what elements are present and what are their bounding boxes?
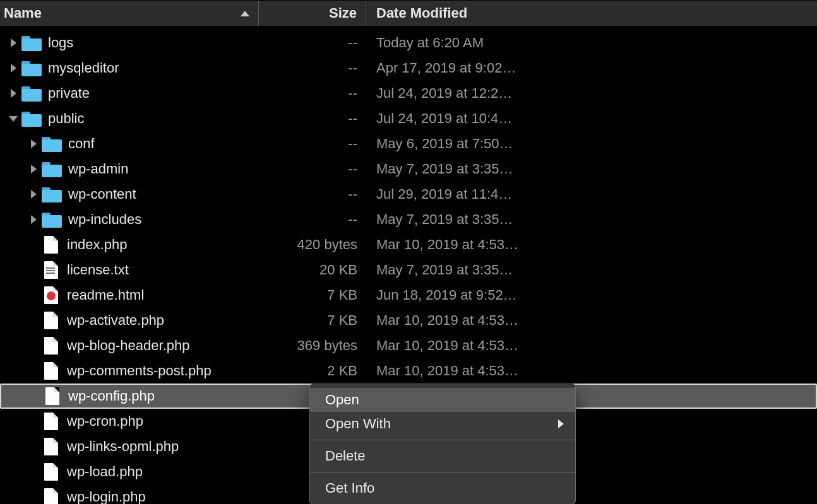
size-cell: -- <box>259 60 366 76</box>
size-cell: 2 KB <box>259 363 366 379</box>
file-name: wp-content <box>68 186 136 202</box>
date-cell: Jul 29, 2019 at 11:4… <box>366 186 817 202</box>
context-menu-item-label: Open <box>325 392 359 408</box>
date-cell: Mar 10, 2019 at 4:53… <box>366 237 817 253</box>
size-cell: -- <box>259 161 366 177</box>
column-header: Name Size Date Modified <box>0 0 817 26</box>
file-name: index.php <box>67 237 127 253</box>
file-name: conf <box>68 136 95 152</box>
date-cell: May 7, 2019 at 3:35… <box>366 262 817 278</box>
folder-icon <box>21 35 42 51</box>
file-icon <box>44 463 58 481</box>
context-menu-item-delete[interactable]: Delete <box>310 444 575 468</box>
size-cell: 20 KB <box>259 262 366 278</box>
context-menu-item-open-with[interactable]: Open With <box>310 412 575 436</box>
disclosure-right-icon[interactable] <box>8 62 19 74</box>
context-menu-item-label: Delete <box>325 448 366 464</box>
disclosure-right-icon[interactable] <box>28 163 39 175</box>
folder-icon <box>42 136 62 152</box>
column-header-name[interactable]: Name <box>0 1 259 26</box>
name-cell: wp-blog-header.php <box>0 337 259 355</box>
submenu-arrow-icon <box>558 419 564 428</box>
name-cell: license.txt <box>0 261 259 279</box>
folder-icon <box>21 85 42 102</box>
folder-row[interactable]: wp-includes--May 7, 2019 at 3:35… <box>0 207 817 232</box>
date-cell: Mar 10, 2019 at 4:53… <box>366 337 817 354</box>
name-cell: wp-admin <box>0 161 259 177</box>
folder-icon <box>21 110 42 127</box>
disclosure-right-icon[interactable] <box>8 37 19 49</box>
name-cell: wp-load.php <box>0 463 259 481</box>
file-icon <box>44 236 58 254</box>
column-header-size-label: Size <box>329 5 357 21</box>
file-row[interactable]: wp-comments-post.php2 KBMar 10, 2019 at … <box>0 358 817 384</box>
context-menu: OpenOpen WithDeleteGet Info <box>309 384 576 504</box>
folder-icon <box>42 161 62 177</box>
date-cell: Apr 17, 2019 at 9:02… <box>366 60 817 76</box>
file-row[interactable]: readme.html7 KBJun 18, 2019 at 9:52… <box>0 283 817 308</box>
folder-row[interactable]: mysqleditor--Apr 17, 2019 at 9:02… <box>0 56 817 81</box>
name-cell: mysqleditor <box>0 60 259 76</box>
size-cell: 420 bytes <box>259 237 366 253</box>
name-cell: wp-content <box>0 186 259 202</box>
file-row[interactable]: index.php420 bytesMar 10, 2019 at 4:53… <box>0 232 817 257</box>
folder-icon <box>42 186 62 202</box>
name-cell: wp-login.php <box>0 488 259 504</box>
disclosure-right-icon[interactable] <box>8 88 19 99</box>
disclosure-right-icon[interactable] <box>28 214 39 225</box>
size-cell: -- <box>259 85 366 102</box>
file-name: license.txt <box>67 262 129 278</box>
file-name: wp-comments-post.php <box>67 363 212 379</box>
date-cell: Today at 6:20 AM <box>366 35 817 51</box>
name-cell: wp-includes <box>0 211 259 228</box>
html-file-icon <box>44 286 58 304</box>
file-icon <box>44 337 58 355</box>
folder-row[interactable]: logs--Today at 6:20 AM <box>0 30 817 56</box>
file-name: wp-load.php <box>67 464 143 480</box>
date-cell: Jul 24, 2019 at 10:4… <box>366 110 817 127</box>
size-cell: -- <box>259 211 366 228</box>
file-name: private <box>48 85 90 102</box>
date-cell: Mar 10, 2019 at 4:53… <box>366 363 817 379</box>
folder-row[interactable]: wp-admin--May 7, 2019 at 3:35… <box>0 156 817 182</box>
disclosure-right-icon[interactable] <box>28 189 39 200</box>
context-menu-item-label: Open With <box>325 416 391 432</box>
file-name: wp-admin <box>68 161 128 177</box>
file-icon <box>45 387 59 405</box>
name-cell: logs <box>0 35 259 51</box>
file-row[interactable]: license.txt20 KBMay 7, 2019 at 3:35… <box>0 257 817 283</box>
file-name: mysqleditor <box>48 60 119 76</box>
context-menu-separator <box>310 472 575 472</box>
folder-row[interactable]: conf--May 6, 2019 at 7:50… <box>0 131 817 156</box>
folder-row[interactable]: wp-content--Jul 29, 2019 at 11:4… <box>0 182 817 207</box>
size-cell: 369 bytes <box>259 337 366 354</box>
context-menu-separator <box>310 440 575 440</box>
name-cell: wp-config.php <box>1 387 260 405</box>
column-header-size[interactable]: Size <box>259 1 366 26</box>
file-row[interactable]: wp-blog-header.php369 bytesMar 10, 2019 … <box>0 333 817 358</box>
name-cell: private <box>0 85 259 102</box>
file-row[interactable]: wp-activate.php7 KBMar 10, 2019 at 4:53… <box>0 308 817 333</box>
column-header-date-label: Date Modified <box>376 5 467 21</box>
date-cell: May 7, 2019 at 3:35… <box>366 161 817 177</box>
file-name: wp-login.php <box>67 489 146 504</box>
size-cell: -- <box>259 110 366 127</box>
file-icon <box>44 438 58 455</box>
file-name: wp-includes <box>68 211 141 228</box>
disclosure-right-icon[interactable] <box>28 138 39 149</box>
date-cell: Jun 18, 2019 at 9:52… <box>366 287 817 303</box>
context-menu-item-label: Get Info <box>325 480 374 496</box>
file-icon <box>44 488 58 504</box>
file-name: wp-links-opml.php <box>67 438 179 455</box>
size-cell: -- <box>259 186 366 202</box>
context-menu-item-open[interactable]: Open <box>310 388 575 412</box>
context-menu-item-get-info[interactable]: Get Info <box>310 476 575 500</box>
folder-row[interactable]: private--Jul 24, 2019 at 12:2… <box>0 81 817 106</box>
name-cell: wp-cron.php <box>0 413 259 430</box>
disclosure-down-icon[interactable] <box>8 113 19 124</box>
date-cell: Mar 10, 2019 at 4:53… <box>366 312 817 329</box>
date-cell: May 7, 2019 at 3:35… <box>366 211 817 228</box>
column-header-date[interactable]: Date Modified <box>366 1 817 26</box>
folder-row[interactable]: public--Jul 24, 2019 at 10:4… <box>0 106 817 131</box>
date-cell: Jul 24, 2019 at 12:2… <box>366 85 817 102</box>
